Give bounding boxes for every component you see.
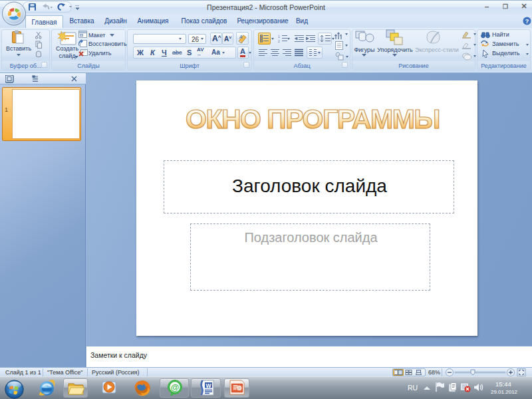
svg-text:1: 1 (278, 35, 280, 39)
svg-text:A: A (239, 35, 243, 39)
svg-text:2: 2 (278, 39, 280, 43)
svg-text:@: @ (171, 382, 180, 392)
svg-text:?: ? (525, 18, 529, 25)
svg-text:W: W (205, 382, 211, 389)
